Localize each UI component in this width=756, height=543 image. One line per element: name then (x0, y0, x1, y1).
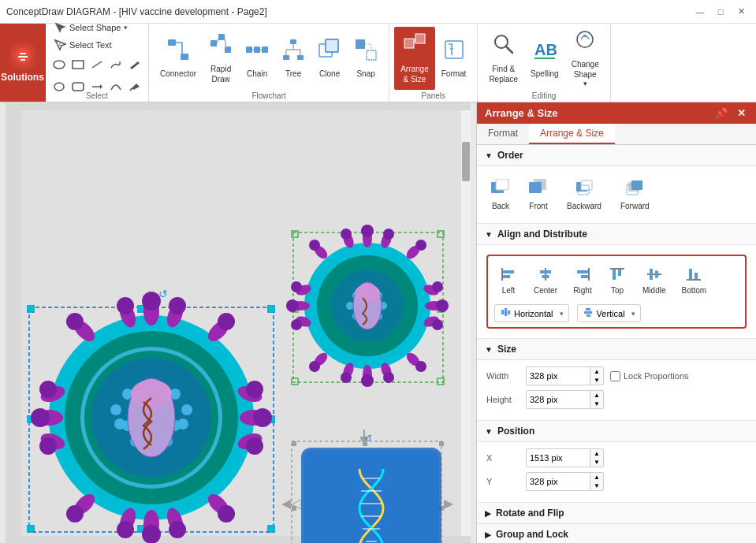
lock-checkbox[interactable] (610, 371, 620, 381)
minimize-button[interactable]: — (691, 3, 709, 20)
flowchart-group: Connector RapidDraw (149, 24, 389, 102)
format-icon (442, 38, 466, 68)
svg-point-88 (142, 525, 161, 543)
svg-point-152 (383, 372, 394, 383)
position-section-header[interactable]: ▼ Position (477, 421, 756, 442)
panel-title: Arrange & Size (485, 107, 557, 119)
rotate-section-header[interactable]: ▶ Rotate and Flip (477, 503, 756, 524)
width-input-wrap: ▲ ▼ (526, 366, 604, 385)
align-left-button[interactable]: Left (494, 264, 523, 298)
svg-point-112 (114, 418, 125, 430)
pencil-tool[interactable] (107, 56, 125, 73)
tab-arrange-size[interactable]: Arrange & Size (529, 124, 615, 144)
panel-header: Arrange & Size 📌 ✕ (477, 102, 756, 124)
align-buttons: Left Center (494, 261, 739, 301)
oval-tool[interactable] (50, 56, 68, 73)
forward-button[interactable]: Forward (616, 176, 654, 214)
find-replace-button[interactable]: Find &Replace (482, 27, 524, 90)
snap-button[interactable]: Snap (348, 27, 384, 90)
height-up-button[interactable]: ▲ (590, 391, 603, 400)
horizontal-dropdown[interactable]: Horizontal ▾ (494, 304, 569, 322)
select-group-label: Select (50, 90, 143, 102)
solutions-button[interactable]: Solutions (0, 24, 46, 102)
svg-rect-198 (462, 142, 470, 181)
select-text-button[interactable]: A Select Text (50, 37, 143, 53)
svg-rect-220 (618, 270, 621, 276)
line-tool[interactable] (88, 56, 106, 73)
y-down-button[interactable]: ▼ (590, 482, 603, 490)
svg-point-60 (27, 525, 35, 533)
width-row: Width ▲ ▼ Lock Proportions (486, 366, 747, 385)
width-input[interactable] (527, 370, 590, 382)
back-icon (491, 179, 510, 200)
align-right-button[interactable]: Right (568, 264, 597, 298)
arrange-size-button[interactable]: Arrange& Size (394, 27, 435, 90)
align-center-icon (538, 267, 553, 285)
editing-group: Find &Replace ABC Spelling (478, 24, 610, 102)
maximize-button[interactable]: □ (712, 3, 729, 20)
width-down-button[interactable]: ▼ (590, 376, 603, 385)
chain-icon (245, 38, 269, 68)
y-up-button[interactable]: ▲ (590, 473, 603, 482)
backward-button[interactable]: Backward (562, 176, 606, 214)
svg-point-86 (246, 381, 263, 398)
rapid-draw-button[interactable]: RapidDraw (203, 27, 239, 90)
align-box: Left Center (486, 255, 747, 329)
x-row: X ▲ ▼ (486, 448, 747, 467)
canvas-area[interactable]: ↺ (0, 102, 476, 543)
horizontal-icon (500, 307, 511, 320)
svg-line-4 (92, 61, 102, 68)
align-top-button[interactable]: Top (603, 264, 631, 298)
close-button[interactable]: ✕ (732, 3, 750, 20)
y-input[interactable] (527, 475, 590, 488)
align-dropdowns: Horizontal ▾ Vertical (494, 304, 739, 322)
panel-close-button[interactable]: ✕ (735, 107, 748, 119)
align-center-button[interactable]: Center (529, 264, 562, 298)
group-section-header[interactable]: ▶ Group and Lock (477, 524, 756, 543)
pen-tool[interactable] (126, 56, 143, 73)
back-button[interactable]: Back (486, 176, 515, 214)
select-shape-button[interactable]: Select Shape ▾ (50, 20, 143, 35)
align-bottom-button[interactable]: Bottom (676, 264, 711, 298)
svg-rect-11 (210, 40, 217, 46)
svg-line-14 (217, 39, 218, 43)
select-tools-list: Select Shape ▾ A Select Text (50, 20, 143, 97)
svg-point-146 (383, 229, 394, 240)
svg-rect-216 (577, 270, 588, 273)
tab-format[interactable]: Format (477, 124, 529, 144)
align-middle-button[interactable]: Middle (638, 264, 670, 298)
height-down-button[interactable]: ▼ (590, 400, 603, 408)
x-up-button[interactable]: ▲ (590, 449, 603, 458)
x-input[interactable] (527, 452, 590, 464)
svg-rect-12 (218, 34, 225, 40)
snap-icon (354, 38, 378, 68)
rect-tool[interactable] (69, 56, 87, 73)
clone-button[interactable]: Clone (311, 27, 348, 90)
clone-icon (318, 38, 341, 68)
vertical-dropdown[interactable]: Vertical ▾ (577, 304, 641, 322)
x-down-button[interactable]: ▼ (590, 458, 603, 467)
size-section-header[interactable]: ▼ Size (477, 339, 756, 360)
svg-point-156 (309, 240, 320, 251)
align-section-body: Left Center (477, 245, 756, 339)
change-shape-button[interactable]: ChangeShape ▾ (565, 27, 605, 90)
chain-button[interactable]: Chain (239, 27, 275, 90)
order-section-header[interactable]: ▼ Order (477, 145, 756, 166)
format-button[interactable]: Format (435, 27, 473, 90)
width-up-button[interactable]: ▲ (590, 367, 603, 376)
svg-rect-36 (415, 34, 425, 43)
main-area: ↺ (0, 102, 756, 543)
svg-rect-23 (297, 55, 304, 60)
size-arrow: ▼ (485, 345, 493, 354)
connector-button[interactable]: Connector (154, 27, 203, 90)
editing-group-label: Editing (482, 90, 605, 102)
spelling-button[interactable]: ABC Spelling (524, 27, 565, 90)
pin-button[interactable]: 📌 (713, 107, 730, 119)
svg-text:↺: ↺ (158, 288, 168, 300)
align-section-header[interactable]: ▼ Align and Distribute (477, 224, 756, 245)
tree-button[interactable]: Tree (275, 27, 311, 90)
svg-rect-38 (445, 41, 463, 58)
height-input[interactable] (527, 393, 590, 406)
front-button[interactable]: Front (524, 176, 553, 214)
height-input-wrap: ▲ ▼ (526, 390, 604, 409)
